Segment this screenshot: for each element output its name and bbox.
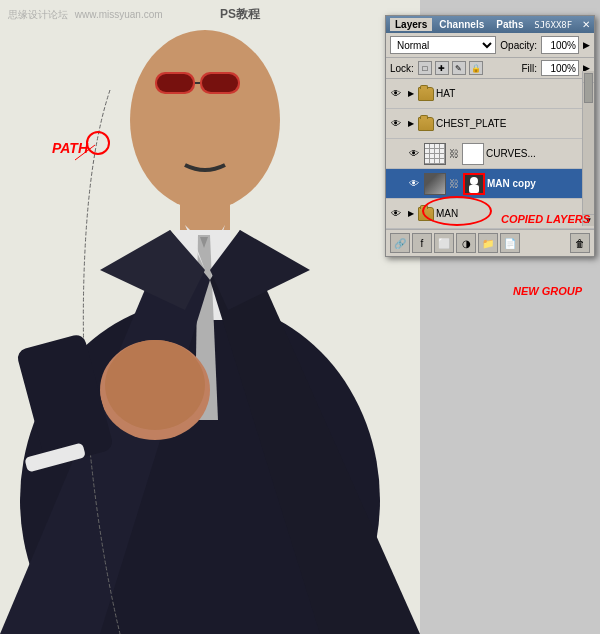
group-icon-hat <box>418 87 434 101</box>
add-mask-button[interactable]: ⬜ <box>434 233 454 253</box>
man-copy-thumbnail <box>424 173 446 195</box>
new-group-label: NEW GROUP <box>513 285 582 297</box>
delete-layer-button[interactable]: 🗑 <box>570 233 590 253</box>
man-copy-mask-thumb <box>463 173 485 195</box>
visibility-icon-curves[interactable]: 👁 <box>406 146 422 162</box>
lock-icon-transparent[interactable]: □ <box>418 61 432 75</box>
photo-background <box>0 0 420 634</box>
scrollbar-thumb[interactable] <box>584 73 593 103</box>
curves-thumbnail <box>424 143 446 165</box>
layer-row-chest-plate[interactable]: 👁 ▶ CHEST_PLATE <box>386 109 594 139</box>
chain-icon-curves: ⛓ <box>449 148 459 159</box>
chain-icon-man-copy: ⛓ <box>449 178 459 189</box>
svg-point-14 <box>105 340 205 430</box>
layer-name-hat: HAT <box>436 88 592 99</box>
fill-label: Fill: <box>521 63 537 74</box>
opacity-arrow[interactable]: ▶ <box>583 40 590 50</box>
panel-close-button[interactable]: ✕ <box>582 19 590 30</box>
curves-mask-thumb <box>462 143 484 165</box>
tab-layers[interactable]: Layers <box>390 18 432 31</box>
layer-name-curves: CURVES... <box>486 148 592 159</box>
svg-rect-19 <box>202 74 238 92</box>
group-icon-chest <box>418 117 434 131</box>
new-layer-button[interactable]: 📄 <box>500 233 520 253</box>
svg-point-2 <box>130 30 280 210</box>
panel-tabs: Layers Channels Paths <box>390 18 529 31</box>
lock-icons-group: □ ✚ ✎ 🔒 <box>418 61 483 75</box>
opacity-input[interactable] <box>541 36 579 54</box>
group-icon-man <box>418 207 434 221</box>
panel-scrollbar[interactable]: ▲ ▼ <box>582 71 594 226</box>
add-adjustment-button[interactable]: ◑ <box>456 233 476 253</box>
panel-titlebar: Layers Channels Paths SJ6XX8F ✕ <box>386 16 594 33</box>
visibility-icon-chest[interactable]: 👁 <box>388 116 404 132</box>
visibility-icon-man-copy[interactable]: 👁 <box>406 176 422 192</box>
layer-name-chest: CHEST_PLATE <box>436 118 592 129</box>
watermark-site1: 思缘设计论坛 <box>8 9 68 20</box>
visibility-icon-man[interactable]: 👁 <box>388 206 404 222</box>
ps-tutorial-label: PS教程 <box>220 6 260 23</box>
new-group-button[interactable]: 📁 <box>478 233 498 253</box>
copied-layers-label: COPIED LAYERS <box>501 213 590 225</box>
svg-rect-18 <box>157 74 193 92</box>
expand-icon-man[interactable]: ▶ <box>406 209 416 219</box>
layer-name-man-copy: MAN copy <box>487 178 592 189</box>
blend-mode-select[interactable]: Normal <box>390 36 496 54</box>
visibility-icon-hat[interactable]: 👁 <box>388 86 404 102</box>
panel-window-id: SJ6XX8F <box>534 20 572 30</box>
path-label: PATH <box>52 140 88 156</box>
svg-rect-25 <box>469 185 479 193</box>
lock-icon-move[interactable]: ✚ <box>435 61 449 75</box>
fill-input[interactable] <box>541 60 579 76</box>
tab-paths[interactable]: Paths <box>491 18 528 31</box>
lock-icon-paint[interactable]: ✎ <box>452 61 466 75</box>
tab-channels[interactable]: Channels <box>434 18 489 31</box>
layers-list: 👁 ▶ HAT 👁 ▶ CHEST_PLATE 👁 <box>386 79 594 229</box>
panel-toolbar: 🔗 f ⬜ ◑ 📁 📄 🗑 <box>386 229 594 256</box>
link-layers-button[interactable]: 🔗 <box>390 233 410 253</box>
expand-icon-chest[interactable]: ▶ <box>406 119 416 129</box>
watermark-site2: www.missyuan.com <box>75 9 163 20</box>
svg-point-24 <box>470 177 478 185</box>
layer-row-curves[interactable]: 👁 ⛓ CURV <box>386 139 594 169</box>
blend-opacity-row: Normal Opacity: ▶ <box>386 33 594 58</box>
opacity-label: Opacity: <box>500 40 537 51</box>
lock-label: Lock: <box>390 63 414 74</box>
layer-row-hat[interactable]: 👁 ▶ HAT <box>386 79 594 109</box>
expand-icon-hat[interactable]: ▶ <box>406 89 416 99</box>
watermark: 思缘设计论坛 www.missyuan.com <box>8 8 163 22</box>
lock-icon-all[interactable]: 🔒 <box>469 61 483 75</box>
lock-fill-row: Lock: □ ✚ ✎ 🔒 Fill: ▶ <box>386 58 594 79</box>
layer-style-button[interactable]: f <box>412 233 432 253</box>
layer-row-man-copy[interactable]: 👁 ⛓ MAN copy <box>386 169 594 199</box>
